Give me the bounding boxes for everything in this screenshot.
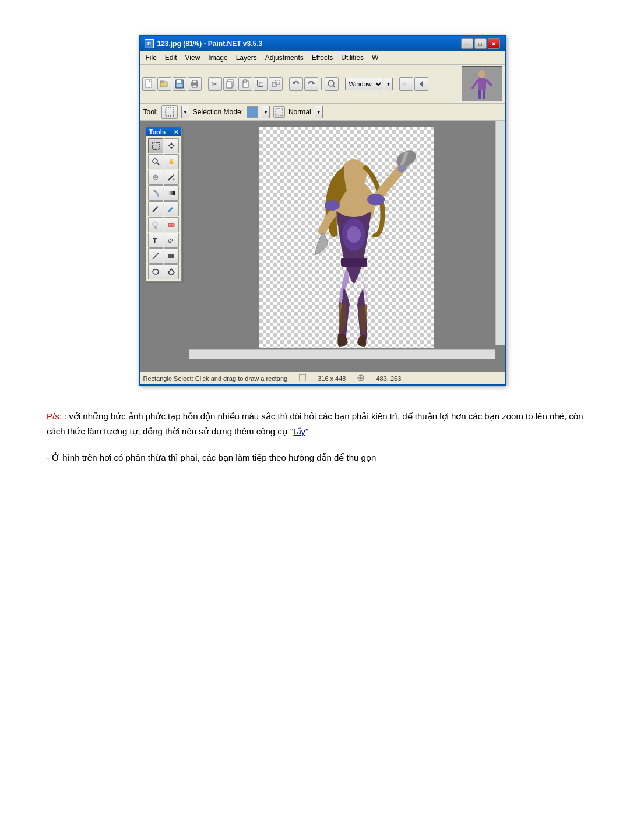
separator-5 [396, 78, 396, 90]
svg-rect-2 [146, 80, 152, 87]
tool-rectangle[interactable] [164, 248, 179, 264]
selection-mode-arrow[interactable]: ▼ [262, 106, 270, 118]
svg-point-74 [325, 200, 340, 211]
thumbnail-image [467, 68, 497, 100]
svg-marker-64 [168, 269, 174, 275]
svg-text:✦: ✦ [172, 177, 175, 181]
svg-rect-34 [483, 90, 485, 99]
restore-button[interactable]: □ [474, 38, 487, 49]
status-size: 316 x 448 [318, 375, 346, 382]
tool-rotate[interactable] [148, 170, 163, 185]
tool-magic-wand[interactable]: ✦ [164, 170, 179, 185]
crop-button[interactable] [254, 77, 268, 91]
tools-title-label: Tools [149, 128, 166, 135]
tool-clone-stamp[interactable] [148, 217, 163, 232]
svg-point-42 [153, 159, 157, 163]
normal-label: Normal [288, 108, 311, 116]
vertical-scrollbar[interactable] [495, 121, 505, 345]
selection-mode-label: Selection Mode: [193, 108, 243, 116]
svg-point-25 [328, 80, 334, 86]
minimize-button[interactable]: ─ [461, 38, 473, 49]
svg-line-61 [153, 253, 159, 259]
settings-button[interactable]: ≡ [399, 77, 413, 91]
menu-edit[interactable]: Edit [161, 52, 181, 63]
svg-rect-37 [152, 142, 159, 149]
arrow-left-button[interactable] [414, 77, 428, 91]
svg-rect-5 [160, 81, 164, 82]
menu-file[interactable]: File [142, 52, 160, 63]
svg-rect-10 [192, 80, 197, 83]
svg-rect-62 [168, 254, 174, 258]
ps-prefix: P/s [47, 411, 59, 421]
save-button[interactable] [173, 77, 186, 91]
menu-image[interactable]: Image [205, 52, 231, 63]
tool-eraser[interactable] [164, 217, 179, 232]
selection-icon[interactable] [273, 106, 285, 118]
separator-1 [205, 78, 205, 90]
tool-shapes[interactable]: \2 [164, 233, 179, 248]
menu-utilities[interactable]: Utilities [337, 52, 367, 63]
tool-paintbrush[interactable] [164, 201, 179, 216]
menu-w[interactable]: W [368, 52, 382, 63]
close-button[interactable]: ✕ [488, 38, 500, 49]
svg-rect-69 [341, 258, 367, 267]
undo-button[interactable] [289, 77, 303, 91]
tool-freeform[interactable] [164, 264, 179, 279]
tools-close-icon[interactable]: ✕ [174, 129, 178, 135]
status-size-icon [299, 374, 306, 383]
ps-suffix: " [305, 426, 308, 436]
menu-layers[interactable]: Layers [233, 52, 261, 63]
line2-text: - Ở hình trên hơi có phần thừa thì phải,… [47, 453, 376, 462]
tool-selector[interactable] [161, 105, 178, 119]
tool-paint-bucket[interactable] [148, 185, 163, 201]
svg-rect-11 [192, 85, 197, 87]
window-dropdown-arrow[interactable]: ▼ [385, 78, 393, 90]
redo-button[interactable] [304, 77, 318, 91]
svg-point-63 [153, 269, 159, 274]
svg-text:✂: ✂ [212, 80, 218, 89]
tool-dropdown-arrow[interactable]: ▼ [181, 106, 189, 118]
svg-marker-53 [157, 206, 159, 208]
svg-rect-8 [177, 84, 182, 87]
tool-line[interactable] [148, 248, 163, 264]
tool-move[interactable] [164, 138, 179, 153]
print-button[interactable] [188, 77, 202, 91]
tay-link[interactable]: tẩy [293, 426, 305, 436]
tools-panel: Tools ✕ [146, 127, 182, 282]
paste-button[interactable] [238, 77, 252, 91]
tools-panel-title: Tools ✕ [146, 127, 181, 136]
tool-gradient[interactable] [164, 185, 179, 201]
svg-rect-14 [227, 82, 232, 88]
status-bar: Rectangle Select: Click and drag to draw… [140, 372, 505, 384]
cut-button[interactable]: ✂ [208, 77, 222, 91]
svg-text:≡: ≡ [402, 80, 406, 89]
menu-effects[interactable]: Effects [308, 52, 336, 63]
new-button[interactable] [142, 77, 156, 91]
normal-dropdown-arrow[interactable]: ▼ [315, 106, 323, 118]
resize-button[interactable] [269, 77, 283, 91]
horizontal-scrollbar[interactable] [189, 349, 495, 359]
svg-line-32 [486, 80, 492, 86]
tool-text[interactable]: T [148, 233, 163, 248]
separator-3 [321, 78, 322, 90]
window-select[interactable]: Window [345, 78, 383, 90]
tool-pencil[interactable] [148, 201, 163, 216]
copy-button[interactable] [223, 77, 237, 91]
tool-rectangle-select[interactable] [148, 138, 163, 153]
svg-point-29 [478, 70, 485, 78]
svg-point-73 [367, 194, 385, 205]
tool-pan[interactable] [164, 154, 179, 169]
character-image [259, 127, 434, 348]
canvas-area[interactable] [189, 121, 505, 354]
zoom-button[interactable] [325, 77, 339, 91]
tool-ellipse[interactable] [148, 264, 163, 279]
menu-view[interactable]: View [182, 52, 204, 63]
ps-body: : với những bức ảnh phức tạp hỗn độn nhi… [47, 411, 583, 436]
ps-colon: : [59, 411, 64, 421]
open-button[interactable] [157, 77, 171, 91]
selection-mode-btn[interactable] [247, 106, 258, 118]
menu-adjustments[interactable]: Adjustments [262, 52, 307, 63]
svg-rect-35 [166, 108, 174, 116]
tool-zoom[interactable] [148, 154, 163, 169]
svg-rect-36 [276, 108, 283, 115]
